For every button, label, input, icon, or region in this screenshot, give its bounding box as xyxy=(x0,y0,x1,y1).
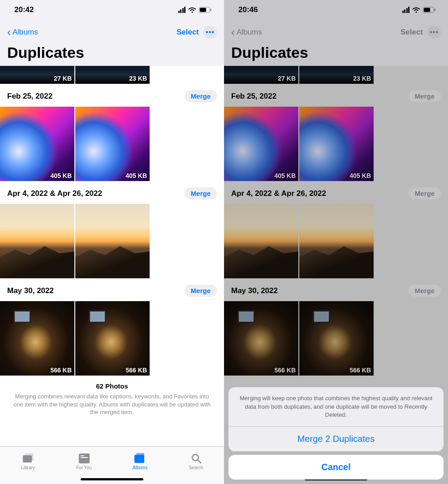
duplicate-group: Feb 25, 2022 Merge 405 KB 405 KB xyxy=(0,84,224,181)
partial-group-top: 27 KB 23 KB xyxy=(0,66,224,84)
chevron-left-icon: ‹ xyxy=(231,27,235,38)
battery-icon xyxy=(423,7,435,13)
svg-rect-7 xyxy=(81,457,88,458)
action-sheet-message: Merging will keep one photo that combine… xyxy=(228,387,444,427)
ellipsis-icon: ••• xyxy=(430,28,439,36)
wifi-icon xyxy=(188,7,196,13)
svg-rect-8 xyxy=(134,455,144,463)
search-icon xyxy=(190,453,203,464)
library-icon xyxy=(22,453,35,464)
photo-thumb: 23 KB xyxy=(299,66,374,84)
tab-label: Search xyxy=(189,465,203,470)
select-button[interactable]: Select xyxy=(177,28,199,37)
svg-rect-14 xyxy=(435,9,435,11)
action-sheet-card: Merging will keep one photo that combine… xyxy=(228,387,444,451)
merge-button: Merge xyxy=(409,285,441,297)
cellular-icon xyxy=(178,7,186,13)
svg-rect-6 xyxy=(81,455,84,456)
size-label: 27 KB xyxy=(278,75,296,82)
page-title: Duplicates xyxy=(7,44,217,61)
status-bar: 20:42 xyxy=(0,0,224,20)
back-label: Albums xyxy=(13,28,38,37)
partial-group-top: 27 KB 23 KB xyxy=(224,66,448,84)
photo-thumb: 5.2 MB xyxy=(224,204,298,278)
size-label: 405 KB xyxy=(350,172,371,179)
duplicate-group: May 30, 2022 Merge 566 KB 566 KB xyxy=(224,278,448,376)
photo-thumb: 566 KB xyxy=(299,301,374,376)
svg-rect-13 xyxy=(424,8,430,12)
photo-thumb[interactable]: 566 KB xyxy=(0,301,74,376)
action-sheet: Merging will keep one photo that combine… xyxy=(228,387,444,480)
phone-left: 20:42 ‹ Albums Select ••• Duplicates 27 … xyxy=(0,0,224,484)
select-button: Select xyxy=(401,28,423,37)
tab-albums[interactable]: Albums xyxy=(112,447,168,476)
svg-rect-4 xyxy=(25,454,34,461)
photo-count: 62 Photos xyxy=(12,382,212,391)
size-label: 405 KB xyxy=(126,172,147,179)
status-time: 20:46 xyxy=(238,5,258,14)
home-indicator[interactable] xyxy=(81,478,143,480)
size-label: 5.2 MB xyxy=(52,269,72,277)
photo-thumb[interactable]: 27 KB xyxy=(0,66,74,84)
tab-label: For You xyxy=(76,465,91,470)
photo-thumb[interactable]: 566 KB xyxy=(75,301,150,376)
svg-rect-5 xyxy=(79,454,90,463)
size-label: 5.2 MB xyxy=(127,269,147,277)
size-label: 566 KB xyxy=(350,367,371,374)
nav-bar: ‹ Albums Select ••• Duplicates xyxy=(0,20,224,66)
group-date: May 30, 2022 xyxy=(7,286,54,295)
merge-button: Merge xyxy=(409,187,441,199)
svg-rect-1 xyxy=(200,8,206,12)
group-date: May 30, 2022 xyxy=(231,286,278,295)
merge-button: Merge xyxy=(409,90,441,102)
svg-rect-9 xyxy=(136,453,144,455)
size-label: 27 KB xyxy=(54,75,72,82)
back-button[interactable]: ‹ Albums xyxy=(7,27,38,38)
phone-right: 20:46 ‹ Albums Select ••• Duplicates 27 … xyxy=(224,0,448,484)
size-label: 5.2 MB xyxy=(276,269,296,277)
group-date: Feb 25, 2022 xyxy=(7,92,52,101)
merge-duplicates-button[interactable]: Merge 2 Duplicates xyxy=(228,427,444,451)
photo-thumb: 405 KB xyxy=(224,107,298,181)
albums-icon xyxy=(134,453,147,464)
duplicate-group: Apr 4, 2022 & Apr 26, 2022 Merge 5.2 MB … xyxy=(224,181,448,278)
page-title: Duplicates xyxy=(231,44,441,61)
tab-for-you[interactable]: For You xyxy=(56,447,112,476)
more-button[interactable]: ••• xyxy=(203,26,217,39)
footer-info: 62 Photos Merging combines relevant data… xyxy=(0,376,224,421)
size-label: 405 KB xyxy=(51,172,72,179)
photo-thumb[interactable]: 23 KB xyxy=(75,66,150,84)
merge-button[interactable]: Merge xyxy=(185,90,217,102)
size-label: 566 KB xyxy=(275,367,296,374)
merge-button[interactable]: Merge xyxy=(185,187,217,199)
size-label: 23 KB xyxy=(129,75,147,82)
duplicate-group: Feb 25, 2022 Merge 405 KB 405 KB xyxy=(224,84,448,181)
back-button: ‹ Albums xyxy=(231,27,262,38)
size-label: 5.2 MB xyxy=(351,269,371,277)
group-date: Apr 4, 2022 & Apr 26, 2022 xyxy=(7,189,102,198)
photo-thumb[interactable]: 405 KB xyxy=(75,107,150,181)
svg-line-11 xyxy=(198,460,201,463)
size-label: 23 KB xyxy=(353,75,371,82)
status-icons xyxy=(178,7,212,13)
photo-thumb: 5.2 MB xyxy=(299,204,374,278)
photo-thumb: 27 KB xyxy=(224,66,298,84)
photo-thumb[interactable]: 405 KB xyxy=(0,107,74,181)
size-label: 566 KB xyxy=(51,367,72,374)
svg-rect-2 xyxy=(211,9,211,11)
size-label: 405 KB xyxy=(275,172,296,179)
duplicate-group: May 30, 2022 Merge 566 KB 566 KB xyxy=(0,278,224,376)
photo-thumb[interactable]: 5.2 MB xyxy=(75,204,150,278)
photo-thumb[interactable]: 5.2 MB xyxy=(0,204,74,278)
photo-thumb: 405 KB xyxy=(299,107,374,181)
tab-search[interactable]: Search xyxy=(168,447,224,476)
status-time: 20:42 xyxy=(14,5,34,14)
back-label: Albums xyxy=(237,28,262,37)
cancel-button[interactable]: Cancel xyxy=(228,455,444,480)
status-icons xyxy=(402,7,436,13)
merge-button[interactable]: Merge xyxy=(185,285,217,297)
footer-description: Merging combines relevant data like capt… xyxy=(12,393,212,416)
tab-library[interactable]: Library xyxy=(0,447,56,476)
cellular-icon xyxy=(402,7,410,13)
content-area[interactable]: 27 KB 23 KB Feb 25, 2022 Merge 405 KB 40… xyxy=(0,66,224,446)
